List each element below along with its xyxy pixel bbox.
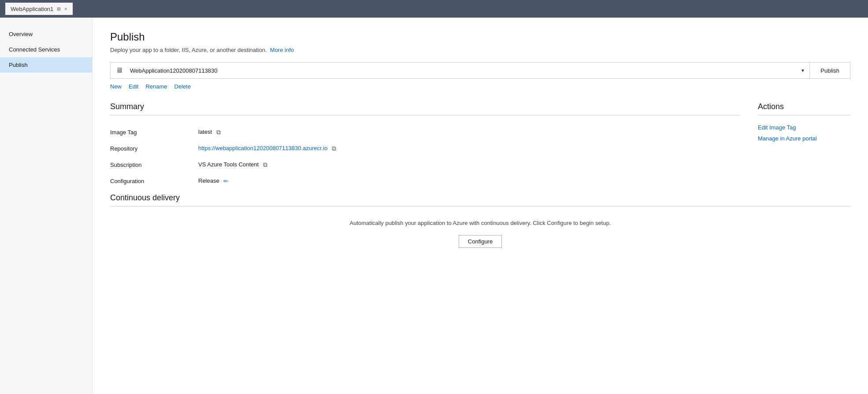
table-row: Configuration Release xyxy=(110,173,740,189)
repository-link[interactable]: https://webapplication120200807113830.az… xyxy=(198,145,327,151)
edit-configuration-icon[interactable] xyxy=(223,178,228,184)
continuous-delivery-section: Continuous delivery Automatically publis… xyxy=(110,193,850,248)
more-info-link[interactable]: More info xyxy=(270,47,294,53)
publish-button[interactable]: Publish xyxy=(809,63,850,78)
close-icon[interactable]: × xyxy=(64,6,67,11)
tab-label: WebApplication1 xyxy=(11,6,53,12)
summary-section: Summary Image Tag latest xyxy=(110,102,740,189)
summary-title: Summary xyxy=(110,102,144,111)
edit-link[interactable]: Edit xyxy=(129,83,138,90)
table-row: Image Tag latest xyxy=(110,124,740,140)
pin-icon[interactable]: ⊞ xyxy=(57,6,61,12)
delete-link[interactable]: Delete xyxy=(174,83,191,90)
sidebar-item-overview[interactable]: Overview xyxy=(0,26,92,42)
profile-dropdown[interactable]: WebApplication120200807113830 xyxy=(128,64,796,77)
page-description: Deploy your app to a folder, IIS, Azure,… xyxy=(110,47,850,53)
manage-in-azure-link[interactable]: Manage in Azure portal xyxy=(758,135,850,142)
subscription-value: VS Azure Tools Content xyxy=(198,157,740,173)
configuration-value: Release xyxy=(198,173,740,189)
copy-repository-icon[interactable] xyxy=(332,145,336,152)
content-area: Publish Deploy your app to a folder, IIS… xyxy=(93,18,868,394)
page-title: Publish xyxy=(110,31,850,43)
actions-divider xyxy=(758,115,850,115)
profile-selector-bar: 🖥 WebApplication120200807113830 ▾ Publis… xyxy=(110,62,850,79)
table-row: Subscription VS Azure Tools Content xyxy=(110,157,740,173)
title-bar: WebApplication1 ⊞ × xyxy=(0,0,868,18)
sidebar-item-connected-services[interactable]: Connected Services xyxy=(0,42,92,57)
repository-label: Repository xyxy=(110,140,198,157)
summary-table: Image Tag latest Repository https://weba… xyxy=(110,124,740,189)
configure-button[interactable]: Configure xyxy=(459,235,502,248)
summary-header: Summary xyxy=(110,102,740,111)
actions-title: Actions xyxy=(758,102,850,111)
rename-link[interactable]: Rename xyxy=(145,83,167,90)
profile-actions: New Edit Rename Delete xyxy=(110,83,850,90)
edit-image-tag-link[interactable]: Edit Image Tag xyxy=(758,124,850,131)
cd-divider xyxy=(110,206,850,206)
image-tag-value: latest xyxy=(198,124,740,140)
image-tag-label: Image Tag xyxy=(110,124,198,140)
summary-actions-row: Summary Image Tag latest xyxy=(110,102,850,189)
subscription-label: Subscription xyxy=(110,157,198,173)
cd-header: Continuous delivery xyxy=(110,193,850,203)
sidebar: Overview Connected Services Publish xyxy=(0,18,93,394)
sidebar-item-publish[interactable]: Publish xyxy=(0,57,92,73)
cd-title: Continuous delivery xyxy=(110,193,180,203)
table-row: Repository https://webapplication1202008… xyxy=(110,140,740,157)
chevron-down-icon[interactable]: ▾ xyxy=(796,64,809,77)
new-link[interactable]: New xyxy=(110,83,122,90)
tab-webapplication1[interactable]: WebApplication1 ⊞ × xyxy=(5,3,73,15)
repository-value: https://webapplication120200807113830.az… xyxy=(198,140,740,157)
main-container: Overview Connected Services Publish Publ… xyxy=(0,18,868,394)
profile-server-icon: 🖥 xyxy=(111,63,128,78)
actions-section: Actions Edit Image Tag Manage in Azure p… xyxy=(740,102,850,189)
copy-subscription-icon[interactable] xyxy=(263,161,267,169)
configuration-label: Configuration xyxy=(110,173,198,189)
configure-btn-wrapper: Configure xyxy=(110,235,850,248)
cd-description: Automatically publish your application t… xyxy=(110,220,850,226)
summary-divider xyxy=(110,115,740,115)
copy-image-tag-icon[interactable] xyxy=(216,129,221,136)
